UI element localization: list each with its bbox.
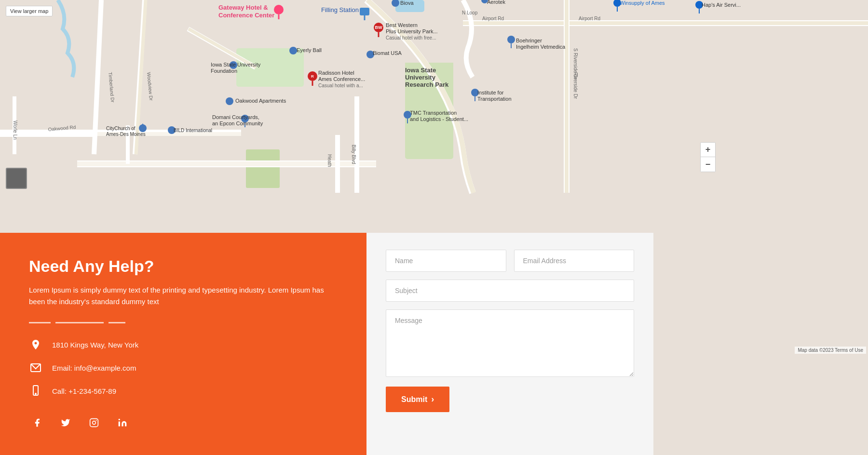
svg-text:Aerotek: Aerotek [487,0,505,5]
zoom-out-button[interactable]: − [701,157,715,172]
svg-text:Transportation: Transportation [477,96,512,102]
view-larger-map-link[interactable]: View larger map [6,6,53,16]
email-icon [29,361,42,375]
svg-point-106 [119,419,120,420]
svg-text:Worle Ln: Worle Ln [13,120,18,140]
zoom-in-button[interactable]: + [701,143,715,157]
svg-text:Winsupply of Ames: Winsupply of Ames [620,0,665,6]
svg-text:Casual hotel with a...: Casual hotel with a... [318,83,363,88]
svg-point-41 [507,36,515,43]
form-subject-row [386,280,634,302]
svg-text:Casual hotel with free...: Casual hotel with free... [386,35,436,40]
svg-text:BW: BW [375,25,382,30]
svg-text:Radisson Hotel: Radisson Hotel [318,70,354,76]
svg-text:Filling Station: Filling Station [321,6,359,13]
subject-input[interactable] [386,280,634,302]
name-input[interactable] [386,250,506,272]
svg-text:Eyerly Ball: Eyerly Ball [297,47,322,53]
svg-rect-3 [246,149,280,188]
message-textarea[interactable] [386,309,634,377]
svg-point-104 [93,421,96,425]
svg-text:Gateway Hotel &: Gateway Hotel & [218,4,268,11]
svg-text:Plus University Park...: Plus University Park... [386,28,438,34]
svg-text:Research Park: Research Park [405,81,449,88]
contact-address-item: 1810 Kings Way, New York [29,338,338,351]
svg-rect-26 [360,8,369,15]
panel-description: Lorem Ipsum is simply dummy text of the … [29,284,338,308]
location-icon [29,338,42,351]
submit-arrow-icon: › [431,394,434,404]
svg-point-105 [96,420,97,421]
svg-point-24 [274,5,284,14]
svg-text:Biomat USA: Biomat USA [373,50,402,56]
svg-text:and Logistics - Student...: and Logistics - Student... [410,116,468,122]
svg-text:Hap's Air Servi...: Hap's Air Servi... [702,2,741,8]
svg-text:Ingelheim Vetmedica: Ingelheim Vetmedica [516,44,566,50]
facebook-icon[interactable] [29,415,45,431]
svg-text:TMC Transportation: TMC Transportation [410,110,457,116]
instagram-icon[interactable] [86,415,102,431]
svg-text:Biova: Biova [400,0,414,6]
svg-text:BILD International: BILD International [174,128,212,133]
divider-line-1 [29,322,51,323]
svg-text:Airport Rd: Airport Rd [579,16,600,21]
svg-text:Iowa State University: Iowa State University [211,62,261,67]
contact-form-panel: Submit › [366,233,653,455]
email-input[interactable] [514,250,635,272]
svg-text:Oakwood Apartments: Oakwood Apartments [235,98,286,104]
svg-text:Iowa State: Iowa State [405,67,436,74]
form-message-row [386,309,634,379]
svg-text:Airport Rd: Airport Rd [482,16,504,21]
svg-text:Heath: Heath [327,154,332,167]
contact-details: 1810 Kings Way, New York Email: info@exa… [29,338,338,398]
form-name-email-row [386,250,634,272]
svg-text:University: University [405,74,436,81]
svg-rect-103 [90,419,98,427]
map-attribution: Map data ©2023 Terms of Use [795,347,866,354]
svg-text:Best Western: Best Western [386,22,418,28]
svg-point-43 [289,47,297,54]
svg-text:Billy Blvd: Billy Blvd [351,145,356,164]
email-text: Email: info@example.com [52,364,136,372]
twitter-icon[interactable] [57,415,74,431]
contact-phone-item: Call: +1-234-567-89 [29,384,338,398]
svg-rect-99 [7,169,26,188]
svg-text:Boehringer: Boehringer [516,38,542,43]
svg-text:an Epcon Community: an Epcon Community [212,120,263,126]
svg-text:Riverside Dr: Riverside Dr [573,72,578,99]
phone-icon [29,384,42,398]
divider-line-3 [108,322,125,323]
svg-text:CityChurch of: CityChurch of [106,126,136,131]
svg-text:Conference Center: Conference Center [218,12,274,19]
panel-title: Need Any Help? [29,257,338,276]
svg-text:Ames Conference...: Ames Conference... [318,76,365,82]
svg-text:N Loop: N Loop [462,10,478,15]
contact-info-panel: Need Any Help? Lorem Ipsum is simply dum… [0,233,366,455]
overlay-container: Need Any Help? Lorem Ipsum is simply dum… [0,233,653,455]
map-zoom-controls: + − [700,142,716,172]
panel-divider [29,322,338,323]
submit-button[interactable]: Submit › [386,387,449,412]
svg-text:Institute for: Institute for [477,90,504,95]
submit-label: Submit [401,395,427,404]
svg-text:Ames-Des Moines: Ames-Des Moines [106,132,146,137]
svg-point-102 [35,393,36,394]
divider-line-2 [55,322,104,323]
linkedin-icon[interactable] [114,415,131,431]
svg-point-44 [226,97,233,105]
phone-text: Call: +1-234-567-89 [52,387,116,395]
svg-text:Foundation: Foundation [211,68,237,74]
svg-text:Domani Courtyards,: Domani Courtyards, [212,114,259,120]
social-icons-row [29,415,338,431]
address-text: 1810 Kings Way, New York [52,341,138,349]
svg-text:R: R [311,74,314,79]
contact-email-item: Email: info@example.com [29,361,338,375]
